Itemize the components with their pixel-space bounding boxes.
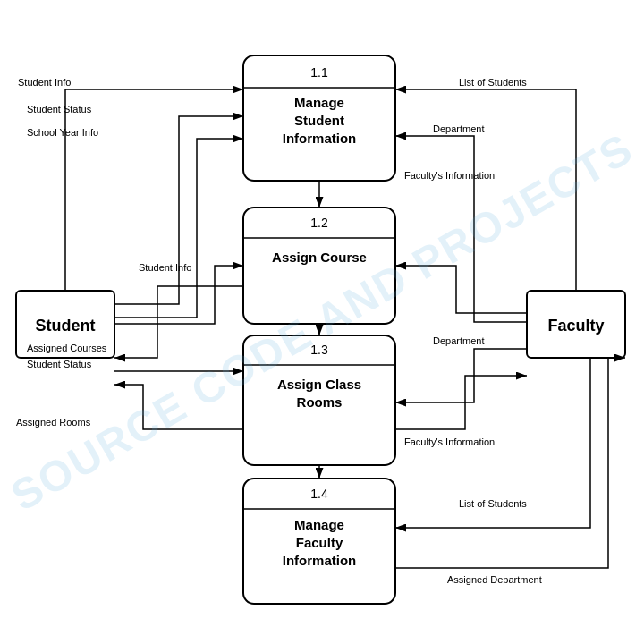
process-14-number: 1.4 xyxy=(310,487,328,501)
label-school-year: School Year Info xyxy=(27,127,98,138)
label-student-info-p12: Student Info xyxy=(139,262,191,273)
arrow-list-students-to-p11 xyxy=(395,89,576,291)
label-department-p13: Department xyxy=(433,335,484,346)
process-11-label2: Student xyxy=(294,113,344,128)
arrow-student-status-to-p11 xyxy=(114,116,243,304)
process-13-number: 1.3 xyxy=(310,343,328,357)
arrow-student-info-to-p11 xyxy=(65,89,243,291)
label-list-students: List of Students xyxy=(459,77,527,88)
process-13-label: Assign Class xyxy=(277,377,361,392)
student-label: Student xyxy=(36,317,96,335)
process-11-label3: Information xyxy=(283,131,357,146)
label-faculty-info-p13: Faculty's Information xyxy=(404,436,495,447)
faculty-label: Faculty xyxy=(547,317,604,335)
process-14-label3: Information xyxy=(283,553,357,568)
process-12-number: 1.2 xyxy=(310,216,328,230)
arrow-assigned-rooms xyxy=(114,385,243,429)
arrow-faculty-info-to-p12 xyxy=(395,266,527,313)
process-11-number: 1.1 xyxy=(310,65,328,80)
label-assigned-dept: Assigned Department xyxy=(447,574,542,585)
label-assigned-rooms: Assigned Rooms xyxy=(16,417,91,428)
process-14-label2: Faculty xyxy=(296,535,343,550)
label-list-students-p14: List of Students xyxy=(459,498,527,509)
process-14-label: Manage xyxy=(294,517,344,532)
label-student-info: Student Info xyxy=(18,77,71,88)
arrow-department-to-p11 xyxy=(395,136,527,322)
process-12-label: Assign Course xyxy=(272,250,367,265)
label-student-status-p13: Student Status xyxy=(27,359,92,369)
label-department-p11: Department xyxy=(433,123,484,134)
process-11-label: Manage xyxy=(294,95,344,110)
label-student-status-p11: Student Status xyxy=(27,104,92,114)
label-assigned-courses: Assigned Courses xyxy=(27,343,107,353)
label-faculty-info-p12: Faculty's Information xyxy=(404,170,495,181)
process-13-label2: Rooms xyxy=(297,394,343,410)
